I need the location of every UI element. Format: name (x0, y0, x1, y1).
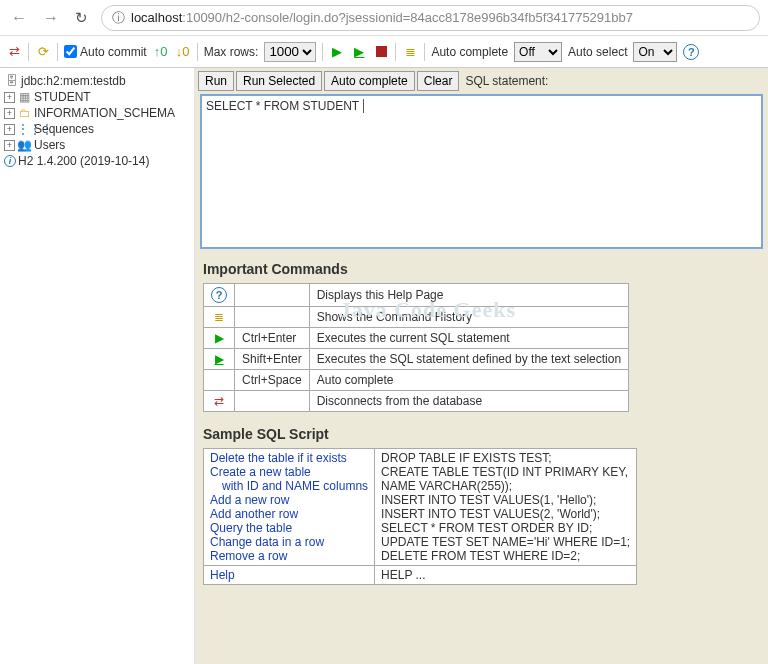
command-row: ⇄Disconnects from the database (204, 391, 629, 412)
command-row: ▶Ctrl+EnterExecutes the current SQL stat… (204, 328, 629, 349)
content-pane: Run Run Selected Auto complete Clear SQL… (195, 68, 768, 664)
auto-select-select[interactable]: On (633, 42, 677, 62)
history-icon[interactable]: ≣ (402, 44, 418, 60)
command-row: ▶Shift+EnterExecutes the SQL statement d… (204, 349, 629, 370)
command-shortcut (235, 307, 310, 328)
script-link[interactable]: Add another row (210, 507, 298, 521)
run-selected-button[interactable]: Run Selected (236, 71, 322, 91)
max-rows-label: Max rows: (204, 45, 259, 59)
folder-icon: 🗀 (17, 106, 32, 120)
forward-button[interactable]: → (40, 7, 62, 29)
tree-users[interactable]: +👥Users (4, 137, 190, 153)
run-selected-icon: ▶ (215, 352, 224, 366)
help-link[interactable]: Help (210, 568, 235, 582)
command-shortcut: Ctrl+Space (235, 370, 310, 391)
commit-icon[interactable]: ↑0 (153, 44, 169, 60)
back-button[interactable]: ← (8, 7, 30, 29)
help-icon[interactable]: ? (683, 44, 699, 60)
disconnect-icon: ⇄ (214, 394, 224, 408)
sequences-icon: ⋮⋮⋮ (17, 122, 32, 136)
script-link[interactable]: Change data in a row (210, 535, 324, 549)
command-desc: Executes the current SQL statement (309, 328, 628, 349)
history-icon: ≣ (214, 310, 224, 324)
sql-statement-label: SQL statement: (461, 71, 552, 91)
users-icon: 👥 (17, 138, 32, 152)
tree-info-schema[interactable]: +🗀INFORMATION_SCHEMA (4, 105, 190, 121)
tree-version: iH2 1.4.200 (2019-10-14) (4, 153, 190, 169)
expand-icon[interactable]: + (4, 108, 15, 119)
command-shortcut: Shift+Enter (235, 349, 310, 370)
script-sql: DROP TABLE IF EXISTS TEST;CREATE TABLE T… (375, 449, 637, 566)
script-link[interactable]: with ID and NAME columns (210, 479, 368, 493)
tree-db[interactable]: 🗄jdbc:h2:mem:testdb (4, 73, 190, 89)
auto-commit-label: Auto commit (80, 45, 147, 59)
address-bar[interactable]: ⓘ localhost:10090/h2-console/login.do?js… (101, 5, 760, 31)
script-link[interactable]: Add a new row (210, 493, 289, 507)
expand-icon[interactable]: + (4, 92, 15, 103)
command-desc: Disconnects from the database (309, 391, 628, 412)
script-link[interactable]: Create a new table (210, 465, 311, 479)
auto-complete-button[interactable]: Auto complete (324, 71, 415, 91)
max-rows-select[interactable]: 1000 (264, 42, 316, 62)
command-shortcut: Ctrl+Enter (235, 328, 310, 349)
expand-icon[interactable]: + (4, 140, 15, 151)
tree-student[interactable]: +▦STUDENT (4, 89, 190, 105)
script-link[interactable]: Query the table (210, 521, 292, 535)
sql-textarea[interactable]: SELECT * FROM STUDENT (200, 94, 763, 249)
refresh-icon[interactable]: ⟳ (35, 44, 51, 60)
disconnect-icon[interactable]: ⇄ (6, 44, 22, 60)
command-shortcut (235, 391, 310, 412)
command-row: ?Displays this Help Page (204, 284, 629, 307)
clear-button[interactable]: Clear (417, 71, 460, 91)
sample-script-heading: Sample SQL Script (203, 426, 760, 442)
info-icon: ⓘ (112, 9, 125, 27)
info-icon: i (4, 155, 16, 167)
important-commands-heading: Important Commands (203, 261, 760, 277)
url-path: :10090/h2-console/login.do?jsessionid=84… (182, 10, 633, 25)
tree-sequences[interactable]: +⋮⋮⋮Sequences (4, 121, 190, 137)
command-desc: Displays this Help Page (309, 284, 628, 307)
help-icon: ? (211, 287, 227, 303)
database-icon: 🗄 (4, 74, 19, 88)
stop-icon[interactable] (373, 44, 389, 60)
auto-select-label: Auto select (568, 45, 627, 59)
run-selected-icon[interactable]: ▶ (351, 44, 367, 60)
script-link[interactable]: Remove a row (210, 549, 287, 563)
h2-toolbar: ⇄ ⟳ Auto commit ↑0 ↓0 Max rows: 1000 ▶ ▶… (0, 36, 768, 68)
auto-commit-toggle[interactable]: Auto commit (64, 45, 147, 59)
command-desc: Shows the Command HistoryJava Code Geeks (309, 307, 628, 328)
help-sql: HELP ... (375, 566, 637, 585)
commands-table: ?Displays this Help Page≣Shows the Comma… (203, 283, 629, 412)
run-button[interactable]: Run (198, 71, 234, 91)
script-links: Delete the table if it existsCreate a ne… (204, 449, 375, 566)
command-desc: Executes the SQL statement defined by th… (309, 349, 628, 370)
url-host: localhost (131, 10, 182, 25)
auto-complete-select[interactable]: Off (514, 42, 562, 62)
browser-chrome: ← → ↻ ⓘ localhost:10090/h2-console/login… (0, 0, 768, 36)
rollback-icon[interactable]: ↓0 (175, 44, 191, 60)
tree-sidebar: 🗄jdbc:h2:mem:testdb +▦STUDENT +🗀INFORMAT… (0, 68, 195, 664)
command-shortcut (235, 284, 310, 307)
run-icon[interactable]: ▶ (329, 44, 345, 60)
auto-complete-label: Auto complete (431, 45, 508, 59)
script-table: Delete the table if it existsCreate a ne… (203, 448, 637, 585)
expand-icon[interactable]: + (4, 124, 15, 135)
auto-commit-checkbox[interactable] (64, 45, 77, 58)
table-icon: ▦ (17, 90, 32, 104)
run-icon: ▶ (215, 331, 224, 345)
command-row: ≣Shows the Command HistoryJava Code Geek… (204, 307, 629, 328)
command-desc: Auto complete (309, 370, 628, 391)
reload-button[interactable]: ↻ (72, 7, 91, 29)
script-link[interactable]: Delete the table if it exists (210, 451, 347, 465)
command-row: Ctrl+SpaceAuto complete (204, 370, 629, 391)
